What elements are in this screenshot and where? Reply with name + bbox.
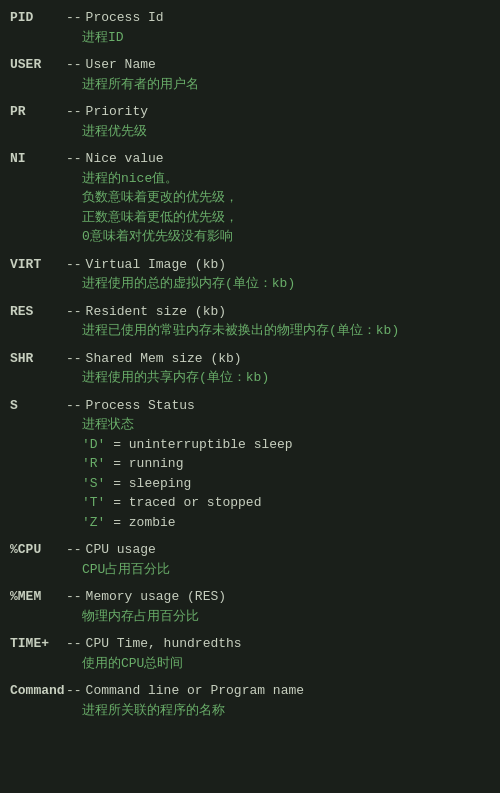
s-entry-sub-val-0: = uninterruptible sleep [113, 437, 292, 452]
command-entry-desc-en: Command line or Program name [86, 681, 304, 701]
shr-entry-desc-en: Shared Mem size (kb) [86, 349, 242, 369]
user-entry-desc-en: User Name [86, 55, 156, 75]
pr-entry-header: PR-- Priority [10, 102, 490, 122]
mem-entry-dash: -- [66, 587, 82, 607]
cpu-entry: %CPU-- CPU usageCPU占用百分比 [10, 540, 490, 579]
mem-entry-header: %MEM-- Memory usage (RES) [10, 587, 490, 607]
shr-entry-dash: -- [66, 349, 82, 369]
s-entry-sub-val-3: = traced or stopped [113, 495, 261, 510]
shr-entry-desc-zh-0: 进程使用的共享内存(单位：kb) [10, 368, 490, 388]
s-entry-sub-key-1: 'R' [82, 456, 113, 471]
cpu-entry-desc-en: CPU usage [86, 540, 156, 560]
s-entry-sub-val-1: = running [113, 456, 183, 471]
res-entry-desc-en: Resident size (kb) [86, 302, 226, 322]
command-entry-key: Command [10, 681, 66, 701]
virt-entry: VIRT-- Virtual Image (kb)进程使用的总的虚拟内存(单位：… [10, 255, 490, 294]
s-entry-desc-zh-0: 进程状态 [10, 415, 490, 435]
s-entry-desc-en: Process Status [86, 396, 195, 416]
ni-entry-dash: -- [66, 149, 82, 169]
s-entry-sub-key-3: 'T' [82, 495, 113, 510]
s-entry-sub-3: 'T' = traced or stopped [10, 493, 490, 513]
pr-entry: PR-- Priority进程优先级 [10, 102, 490, 141]
user-entry-dash: -- [66, 55, 82, 75]
s-entry-sub-key-0: 'D' [82, 437, 113, 452]
s-entry-sub-key-2: 'S' [82, 476, 113, 491]
s-entry-sub-key-4: 'Z' [82, 515, 113, 530]
res-entry-header: RES-- Resident size (kb) [10, 302, 490, 322]
ni-entry-desc-zh-3: 0意味着对优先级没有影响 [10, 227, 490, 247]
cpu-entry-desc-zh-0: CPU占用百分比 [10, 560, 490, 580]
s-entry-sub-1: 'R' = running [10, 454, 490, 474]
mem-entry-desc-en: Memory usage (RES) [86, 587, 226, 607]
ni-entry-desc-zh-0: 进程的nice值。 [10, 169, 490, 189]
virt-entry-desc-en: Virtual Image (kb) [86, 255, 226, 275]
mem-entry: %MEM-- Memory usage (RES)物理内存占用百分比 [10, 587, 490, 626]
cpu-entry-header: %CPU-- CPU usage [10, 540, 490, 560]
pid-entry-header: PID-- Process Id [10, 8, 490, 28]
virt-entry-header: VIRT-- Virtual Image (kb) [10, 255, 490, 275]
res-entry-dash: -- [66, 302, 82, 322]
ni-entry-desc-en: Nice value [86, 149, 164, 169]
command-entry: Command-- Command line or Program name进程… [10, 681, 490, 720]
ni-entry-desc-zh-1: 负数意味着更改的优先级， [10, 188, 490, 208]
shr-entry-header: SHR-- Shared Mem size (kb) [10, 349, 490, 369]
pr-entry-desc-en: Priority [86, 102, 148, 122]
command-entry-header: Command-- Command line or Program name [10, 681, 490, 701]
pid-entry: PID-- Process Id进程ID [10, 8, 490, 47]
user-entry-header: USER-- User Name [10, 55, 490, 75]
s-entry-sub-val-4: = zombie [113, 515, 175, 530]
s-entry-sub-0: 'D' = uninterruptible sleep [10, 435, 490, 455]
s-entry-sub-val-2: = sleeping [113, 476, 191, 491]
cpu-entry-dash: -- [66, 540, 82, 560]
pr-entry-dash: -- [66, 102, 82, 122]
s-entry-header: S-- Process Status [10, 396, 490, 416]
main-content: PID-- Process Id进程IDUSER-- User Name进程所有… [10, 8, 490, 720]
pr-entry-desc-zh-0: 进程优先级 [10, 122, 490, 142]
ni-entry-header: NI-- Nice value [10, 149, 490, 169]
command-entry-dash: -- [66, 681, 82, 701]
res-entry-key: RES [10, 302, 66, 322]
virt-entry-desc-zh-0: 进程使用的总的虚拟内存(单位：kb) [10, 274, 490, 294]
s-entry-dash: -- [66, 396, 82, 416]
ni-entry-key: NI [10, 149, 66, 169]
s-entry-sub-2: 'S' = sleeping [10, 474, 490, 494]
shr-entry: SHR-- Shared Mem size (kb)进程使用的共享内存(单位：k… [10, 349, 490, 388]
pid-entry-dash: -- [66, 8, 82, 28]
time-entry-desc-zh-0: 使用的CPU总时间 [10, 654, 490, 674]
time-entry-header: TIME+-- CPU Time, hundredths [10, 634, 490, 654]
command-entry-desc-zh-0: 进程所关联的程序的名称 [10, 701, 490, 721]
time-entry-dash: -- [66, 634, 82, 654]
user-entry: USER-- User Name进程所有者的用户名 [10, 55, 490, 94]
res-entry-desc-zh-0: 进程已使用的常驻内存未被换出的物理内存(单位：kb) [10, 321, 490, 341]
s-entry-sub-4: 'Z' = zombie [10, 513, 490, 533]
user-entry-desc-zh-0: 进程所有者的用户名 [10, 75, 490, 95]
s-entry: S-- Process Status进程状态'D' = uninterrupti… [10, 396, 490, 533]
time-entry-key: TIME+ [10, 634, 66, 654]
user-entry-key: USER [10, 55, 66, 75]
pid-entry-key: PID [10, 8, 66, 28]
pid-entry-desc-zh-0: 进程ID [10, 28, 490, 48]
pr-entry-key: PR [10, 102, 66, 122]
s-entry-key: S [10, 396, 66, 416]
ni-entry: NI-- Nice value进程的nice值。负数意味着更改的优先级，正数意味… [10, 149, 490, 247]
time-entry-desc-en: CPU Time, hundredths [86, 634, 242, 654]
shr-entry-key: SHR [10, 349, 66, 369]
virt-entry-dash: -- [66, 255, 82, 275]
res-entry: RES-- Resident size (kb)进程已使用的常驻内存未被换出的物… [10, 302, 490, 341]
pid-entry-desc-en: Process Id [86, 8, 164, 28]
cpu-entry-key: %CPU [10, 540, 66, 560]
mem-entry-key: %MEM [10, 587, 66, 607]
mem-entry-desc-zh-0: 物理内存占用百分比 [10, 607, 490, 627]
time-entry: TIME+-- CPU Time, hundredths使用的CPU总时间 [10, 634, 490, 673]
virt-entry-key: VIRT [10, 255, 66, 275]
ni-entry-desc-zh-2: 正数意味着更低的优先级， [10, 208, 490, 228]
